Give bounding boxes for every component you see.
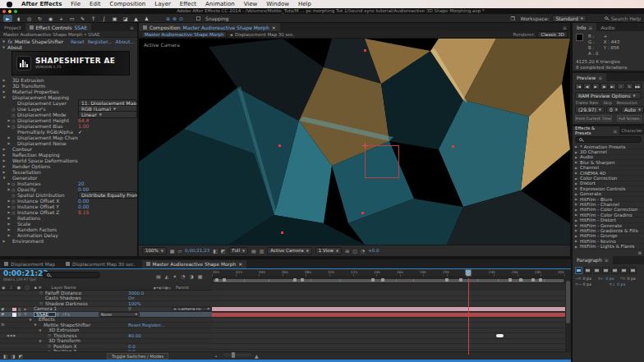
effect-property-row[interactable]: ▶ ◷ Instance Offset Y 0.00 <box>0 204 137 209</box>
search-help-input[interactable]: Search Help <box>611 16 641 21</box>
axis-mode-icon[interactable]: ⊙ <box>179 16 183 21</box>
crumb-current-comp[interactable]: Master Audioreactive Shape Morph <box>141 31 227 38</box>
effect-property-row[interactable]: ▶ Random Factors <box>0 227 137 232</box>
tool-icon[interactable]: ↻ <box>35 15 44 22</box>
label-color-chip[interactable] <box>12 308 16 312</box>
visibility-toggle[interactable]: ◉ <box>1 307 4 311</box>
effect-property-row[interactable]: ◷ Spatial Distribution Distribute Equall… <box>0 192 137 198</box>
twirl-icon[interactable]: ▶ <box>575 218 577 222</box>
timeline-option-icon[interactable]: ◑ <box>190 273 194 279</box>
tool-icon[interactable]: ▭ <box>67 15 76 22</box>
twirl-icon[interactable]: ▼ <box>38 339 43 343</box>
composition-marker[interactable] <box>215 278 218 282</box>
tool-icon[interactable]: ◉ <box>46 15 55 22</box>
panel-menu-icon[interactable]: ≡ <box>605 257 609 263</box>
twirl-icon[interactable]: ▶ <box>2 239 7 243</box>
layer-duration-bar[interactable] <box>212 339 565 343</box>
row-value[interactable]: 100% <box>128 301 171 306</box>
composition-viewport[interactable]: Active Camera <box>139 39 570 245</box>
tool-icon[interactable]: ▲ <box>131 15 140 22</box>
skip-dropdown[interactable]: 0 <box>606 106 619 113</box>
twirl-icon[interactable]: ▶ <box>2 78 7 82</box>
effect-property-row[interactable]: ◷ Displacement Mode Linear <box>0 112 137 117</box>
tab-project[interactable]: Project <box>0 23 25 31</box>
new-animation-preset-icon[interactable]: ⊞ <box>638 250 642 255</box>
timeline-tab[interactable]: Displacement Map <box>0 260 62 268</box>
twirl-icon[interactable]: ▶ <box>2 164 7 168</box>
tool-icon[interactable]: ♟ <box>142 15 151 22</box>
tab-paragraph[interactable]: Paragraph≡ <box>573 256 613 264</box>
region-of-interest-icon[interactable]: ▤ <box>251 248 256 254</box>
spacing-field[interactable]: ≡→0 px <box>575 282 608 286</box>
twirl-icon[interactable]: ▶ <box>575 160 577 164</box>
stopwatch-icon[interactable]: ◷ <box>12 199 17 204</box>
twirl-icon[interactable]: ▶ <box>575 171 577 175</box>
stopwatch-icon[interactable]: ◷ <box>12 107 17 112</box>
from-current-time-toggle[interactable]: From Current Time <box>575 115 612 121</box>
resolution-dropdown[interactable]: Auto <box>621 106 644 113</box>
twirl-icon[interactable]: ▶ <box>575 213 577 217</box>
row-value[interactable]: 3000.0 <box>128 291 171 296</box>
transport-button[interactable]: ◀| <box>583 83 591 89</box>
camera-view-dropdown[interactable]: Active Camera <box>267 247 311 254</box>
property-value[interactable]: 1.00 <box>78 123 137 129</box>
twirl-icon[interactable]: ▶ <box>7 233 12 237</box>
anchor-point-icon[interactable] <box>362 143 368 149</box>
layer-handle-dot[interactable] <box>452 145 454 148</box>
transport-button[interactable]: ♪ <box>617 83 624 89</box>
composition-marker[interactable] <box>539 278 542 282</box>
layer-handle-dot[interactable] <box>281 231 283 234</box>
tool-icon[interactable]: ∫ <box>99 15 108 22</box>
layer-duration-bar[interactable] <box>212 334 565 338</box>
twirl-icon[interactable]: ▶ <box>575 186 577 190</box>
twirl-icon[interactable]: ▼ <box>28 318 33 322</box>
label-color-chip[interactable] <box>12 323 16 328</box>
guides-icon[interactable]: ⊞ <box>345 248 349 254</box>
transport-button[interactable]: |▶ <box>600 83 608 89</box>
menu-item[interactable]: Layer <box>154 1 171 7</box>
effect-property-row[interactable]: ▶ 3D Transform <box>0 83 137 89</box>
parent-header[interactable]: Parent <box>171 285 212 290</box>
label-color-chip[interactable] <box>12 297 16 301</box>
menu-item[interactable]: After Effects <box>21 1 62 7</box>
composition-marker[interactable] <box>445 278 448 282</box>
property-value[interactable]: 0.00 <box>78 204 137 209</box>
composition-marker[interactable] <box>301 278 304 282</box>
effect-controls-breadcrumb[interactable]: Master Audioreactive Shape Morph • SSAE <box>0 31 137 38</box>
effect-property-row[interactable]: ▶ 3D Extrusion <box>0 77 137 83</box>
full-screen-toggle[interactable]: Full Screen <box>617 115 642 121</box>
resolution-dropdown[interactable]: Full <box>229 247 248 254</box>
selection-rectangle[interactable] <box>365 145 399 178</box>
register-link[interactable]: Register... <box>88 39 113 44</box>
twirl-icon[interactable]: ▶ <box>575 208 577 212</box>
stopwatch-icon[interactable]: ◷ <box>12 204 17 209</box>
stopwatch-icon[interactable]: ◷ <box>12 187 17 192</box>
magnification-dropdown[interactable]: 100% <box>142 247 167 254</box>
label-color-chip[interactable] <box>12 302 16 306</box>
tab-preview[interactable]: Preview≡ <box>573 73 606 81</box>
toggle-switches-modes-button[interactable]: Toggle Switches / Modes <box>107 353 168 360</box>
indent-field[interactable]: ≡←0 px <box>598 277 619 281</box>
tool-icon[interactable]: ✎ <box>78 15 87 22</box>
layer-duration-bar[interactable] <box>212 313 565 317</box>
property-value[interactable]: 20 <box>78 181 137 186</box>
twirl-icon[interactable]: ▶ <box>2 84 7 88</box>
current-time-display[interactable]: 0:00:21:23 00651 (29.97 fps) <box>3 270 48 282</box>
text-align-button[interactable] <box>611 267 619 274</box>
row-value[interactable]: 40.00 <box>128 333 171 338</box>
layer-name-header[interactable]: Layer Name <box>42 285 76 290</box>
layer-handle-dot[interactable] <box>361 212 364 214</box>
timeline-zoom-slider[interactable] <box>223 354 251 356</box>
time-ruler[interactable]: 00s02s04s06s08s10s12s14s16s18s20s22s24s2… <box>212 269 565 277</box>
parent-dropdown[interactable]: None <box>99 312 140 317</box>
effect-property-row[interactable]: ▶ Contour <box>0 146 137 152</box>
twirl-icon[interactable]: ▶ <box>575 223 577 227</box>
twirl-icon[interactable]: ▶ <box>7 135 12 140</box>
tab-character[interactable]: Character <box>619 126 644 135</box>
effect-property-row[interactable]: ▶ ◷ Displacement Height 64.4 <box>0 117 137 123</box>
twirl-icon[interactable]: ▶ <box>7 141 12 145</box>
transport-button[interactable]: |◀ <box>575 83 582 89</box>
tool-icon[interactable]: + <box>57 15 66 22</box>
spacing-field[interactable]: ≡↓0 px <box>610 282 642 286</box>
twirl-icon[interactable]: ▶ <box>2 89 7 94</box>
